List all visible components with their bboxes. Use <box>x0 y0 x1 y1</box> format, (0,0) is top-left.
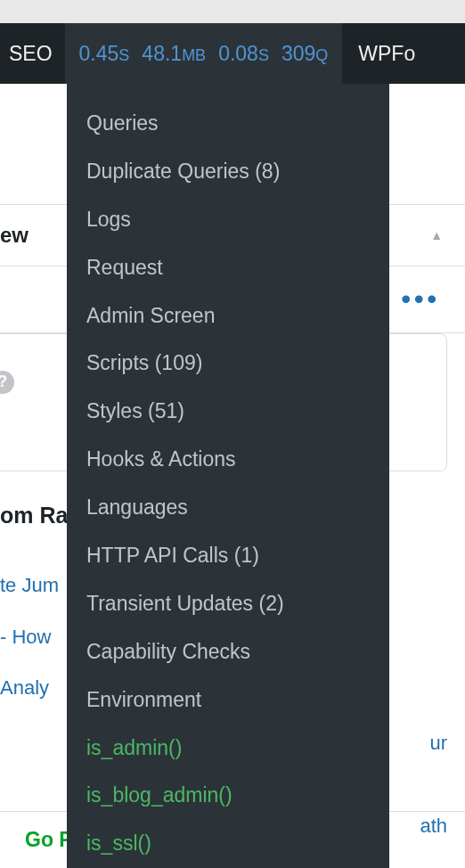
admin-bar: SEO 0.45S 48.1MB 0.08S 309Q WPFo <box>0 23 465 84</box>
qm-memory: 48.1MB <box>142 42 206 66</box>
dropdown-item-capability-checks[interactable]: Capability Checks <box>67 628 389 676</box>
admin-bar-seo[interactable]: SEO <box>0 23 65 84</box>
dropdown-item-transient-updates[interactable]: Transient Updates (2) <box>67 580 389 628</box>
dropdown-item-environment[interactable]: Environment <box>67 676 389 725</box>
sort-ascending-icon[interactable]: ▲ <box>430 228 465 242</box>
dropdown-item-scripts[interactable]: Scripts (109) <box>67 340 389 388</box>
dropdown-item-languages[interactable]: Languages <box>67 484 389 532</box>
content-box-label: t ? <box>0 368 14 396</box>
qm-query-count: 309Q <box>281 42 328 66</box>
more-actions-icon[interactable]: ••• <box>401 284 465 315</box>
admin-bar-wpforms[interactable]: WPFo <box>342 23 428 84</box>
column-header[interactable]: ew <box>0 223 29 248</box>
dropdown-item-is-blog-admin[interactable]: is_blog_admin() <box>67 772 389 820</box>
dropdown-item-request[interactable]: Request <box>67 244 389 292</box>
dropdown-item-is-admin[interactable]: is_admin() <box>67 725 389 773</box>
dropdown-item-duplicate-queries[interactable]: Duplicate Queries (8) <box>67 148 389 196</box>
dropdown-item-styles[interactable]: Styles (51) <box>67 388 389 436</box>
dropdown-item-is-ssl[interactable]: is_ssl() <box>67 820 389 868</box>
query-monitor-dropdown: Queries Duplicate Queries (8) Logs Reque… <box>67 84 389 868</box>
dropdown-item-admin-screen[interactable]: Admin Screen <box>67 292 389 340</box>
dropdown-item-logs[interactable]: Logs <box>67 196 389 244</box>
query-monitor-bar[interactable]: 0.45S 48.1MB 0.08S 309Q <box>65 23 343 84</box>
qm-db-time: 0.08S <box>218 42 269 66</box>
qm-time: 0.45S <box>79 42 130 66</box>
dropdown-item-http-api-calls[interactable]: HTTP API Calls (1) <box>67 532 389 580</box>
dropdown-item-queries[interactable]: Queries <box>67 100 389 148</box>
dropdown-item-hooks-actions[interactable]: Hooks & Actions <box>67 436 389 484</box>
help-icon[interactable]: ? <box>0 371 14 394</box>
